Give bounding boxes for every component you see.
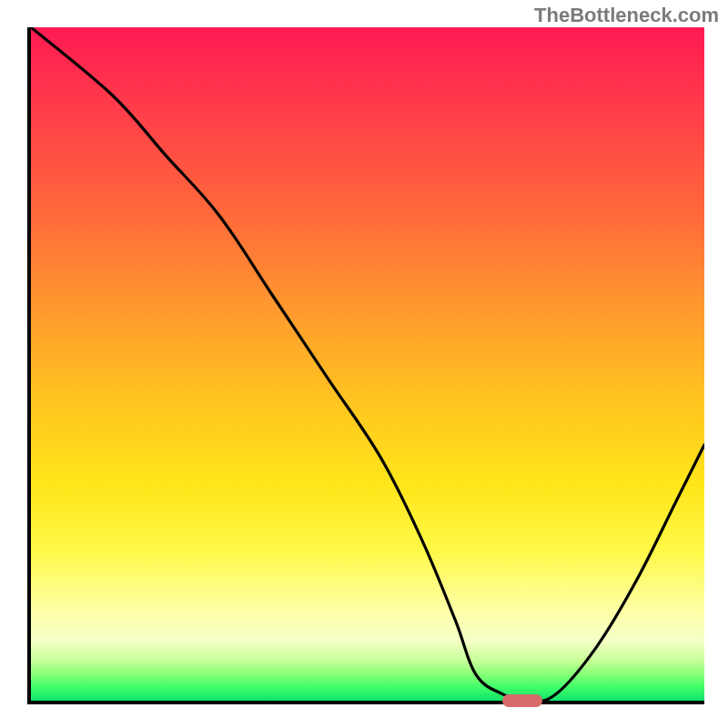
watermark-label: TheBottleneck.com [534,4,719,27]
chart-frame: TheBottleneck.com [0,0,728,728]
bottleneck-curve [31,27,704,701]
optimum-marker [502,694,542,707]
plot-area [27,27,704,704]
